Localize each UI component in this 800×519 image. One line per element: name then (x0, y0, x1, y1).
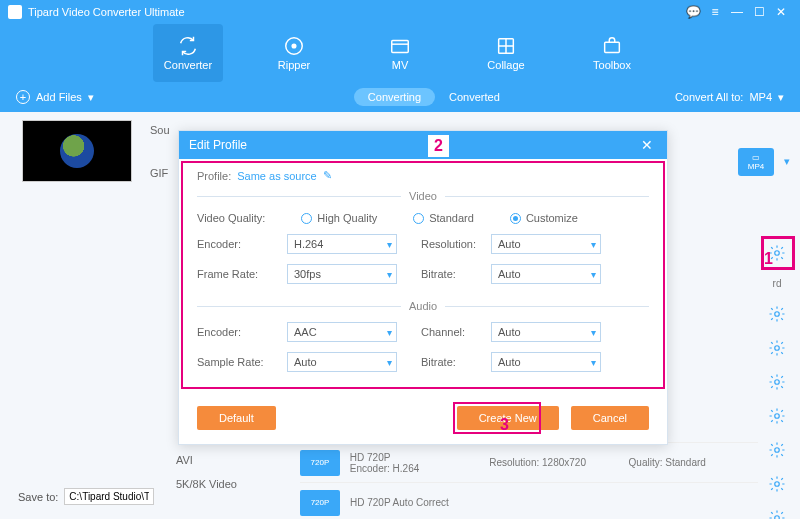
source-label: Sou (150, 124, 170, 136)
tab-label: Collage (487, 59, 524, 71)
gear-icon[interactable] (768, 509, 786, 519)
tab-label: Converter (164, 59, 212, 71)
gear-icon[interactable] (768, 373, 786, 391)
profile-value: Same as source (237, 170, 316, 182)
video-thumbnail[interactable] (22, 120, 132, 182)
tab-converter[interactable]: Converter (153, 24, 223, 82)
feedback-icon[interactable]: 💬 (682, 3, 704, 21)
gear-icon[interactable] (768, 339, 786, 357)
chevron-down-icon: ▾ (778, 91, 784, 104)
output-format-button[interactable]: ▭ MP4 ▾ (738, 148, 774, 176)
preset-resolution: Resolution: 1280x720 (489, 457, 618, 468)
category-avi[interactable]: AVI (166, 448, 296, 472)
encoder-label: Encoder: (197, 326, 287, 338)
convert-all-label: Convert All to: (675, 91, 743, 103)
svg-point-5 (775, 251, 780, 256)
svg-point-11 (775, 482, 780, 487)
gear-icon[interactable] (768, 475, 786, 493)
menu-icon[interactable]: ≡ (704, 3, 726, 21)
gif-label: GIF (150, 167, 168, 179)
gear-icon[interactable] (768, 441, 786, 459)
collage-icon (495, 35, 517, 57)
video-legend: Video (401, 190, 445, 202)
svg-rect-2 (392, 41, 409, 53)
radio-standard[interactable]: Standard (413, 212, 474, 224)
gear-column: rd (768, 244, 786, 519)
gear-icon[interactable] (768, 305, 786, 323)
samplerate-select[interactable]: Auto (287, 352, 397, 372)
audio-bitrate-select[interactable]: Auto (491, 352, 601, 372)
preset-quality: Quality: Standard (629, 457, 758, 468)
bitrate-label: Bitrate: (421, 356, 491, 368)
annotation-1: 1 (764, 250, 773, 268)
resolution-label: Resolution: (421, 238, 491, 250)
video-encoder-select[interactable]: H.264 (287, 234, 397, 254)
svg-point-6 (775, 312, 780, 317)
chevron-down-icon[interactable]: ▾ (784, 155, 790, 168)
preset-badge: 720P (300, 490, 340, 516)
app-title: Tipard Video Converter Ultimate (28, 6, 185, 18)
earth-icon (60, 134, 94, 168)
profile-row: Profile: Same as source ✎ (197, 169, 649, 182)
category-5k8k[interactable]: 5K/8K Video (166, 472, 296, 496)
convert-all-dropdown[interactable]: Convert All to: MP4 ▾ (675, 91, 784, 104)
svg-point-9 (775, 414, 780, 419)
save-to-label: Save to: (18, 491, 58, 503)
edit-profile-dialog: Edit Profile ✕ Profile: Same as source ✎… (178, 130, 668, 445)
tab-mv[interactable]: MV (365, 24, 435, 82)
gear-icon[interactable] (768, 407, 786, 425)
preset-row[interactable]: 720P HD 720P Auto Correct (300, 482, 758, 519)
svg-point-1 (292, 44, 296, 48)
svg-point-7 (775, 346, 780, 351)
video-quality-label: Video Quality: (197, 212, 265, 224)
converter-icon (177, 35, 199, 57)
mp4-text: MP4 (748, 162, 764, 171)
tab-converting[interactable]: Converting (354, 88, 435, 106)
audio-encoder-select[interactable]: AAC (287, 322, 397, 342)
tab-ripper[interactable]: Ripper (259, 24, 329, 82)
channel-select[interactable]: Auto (491, 322, 601, 342)
minimize-button[interactable]: — (726, 3, 748, 21)
add-files-button[interactable]: + Add Files ▾ (16, 90, 94, 104)
channel-label: Channel: (421, 326, 491, 338)
resolution-select[interactable]: Auto (491, 234, 601, 254)
preset-title: HD 720P (350, 452, 479, 463)
dialog-title: Edit Profile (189, 138, 247, 152)
svg-point-10 (775, 448, 780, 453)
samplerate-label: Sample Rate: (197, 356, 287, 368)
save-to-input[interactable] (64, 488, 154, 505)
cancel-button[interactable]: Cancel (571, 406, 649, 430)
encoder-label: Encoder: (197, 238, 287, 250)
close-button[interactable]: ✕ (770, 3, 792, 21)
sub-toolbar: + Add Files ▾ Converting Converted Conve… (0, 82, 800, 112)
tab-label: MV (392, 59, 409, 71)
tab-toolbox[interactable]: Toolbox (577, 24, 647, 82)
radio-customize[interactable]: Customize (510, 212, 578, 224)
save-to-row: Save to: (18, 488, 154, 505)
framerate-select[interactable]: 30fps (287, 264, 397, 284)
tab-converted[interactable]: Converted (435, 88, 514, 106)
ripper-icon (283, 35, 305, 57)
video-section: Video Video Quality: High Quality Standa… (197, 190, 649, 294)
preset-title: HD 720P Auto Correct (350, 497, 480, 508)
default-button[interactable]: Default (197, 406, 276, 430)
chevron-down-icon: ▾ (88, 91, 94, 104)
annotation-2: 2 (428, 135, 449, 157)
toolbox-icon (601, 35, 623, 57)
maximize-button[interactable]: ☐ (748, 3, 770, 21)
svg-rect-4 (605, 42, 620, 52)
dialog-header: Edit Profile ✕ (179, 131, 667, 159)
plus-icon: + (16, 90, 30, 104)
preset-row[interactable]: 720P HD 720PEncoder: H.264 Resolution: 1… (300, 442, 758, 482)
app-logo-icon (8, 5, 22, 19)
svg-point-8 (775, 380, 780, 385)
main-toolbar: Converter Ripper MV Collage Toolbox (0, 24, 800, 82)
video-bitrate-select[interactable]: Auto (491, 264, 601, 284)
edit-name-icon[interactable]: ✎ (323, 169, 332, 182)
rd-suffix: rd (773, 278, 782, 289)
dialog-close-button[interactable]: ✕ (637, 137, 657, 153)
title-bar: Tipard Video Converter Ultimate 💬 ≡ — ☐ … (0, 0, 800, 24)
radio-high-quality[interactable]: High Quality (301, 212, 377, 224)
add-files-label: Add Files (36, 91, 82, 103)
tab-collage[interactable]: Collage (471, 24, 541, 82)
